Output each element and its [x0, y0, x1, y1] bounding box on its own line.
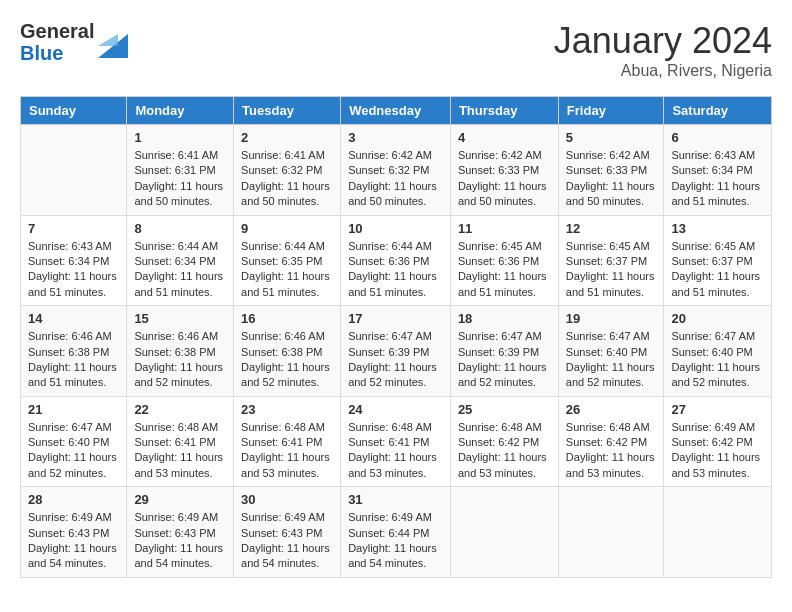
weekday-header: Thursday — [450, 97, 558, 125]
day-number: 8 — [134, 221, 226, 236]
calendar-cell: 21Sunrise: 6:47 AMSunset: 6:40 PMDayligh… — [21, 396, 127, 487]
calendar-cell: 26Sunrise: 6:48 AMSunset: 6:42 PMDayligh… — [558, 396, 664, 487]
day-number: 29 — [134, 492, 226, 507]
logo-blue-text: Blue — [20, 42, 94, 64]
calendar-cell: 31Sunrise: 6:49 AMSunset: 6:44 PMDayligh… — [341, 487, 451, 578]
calendar-cell: 6Sunrise: 6:43 AMSunset: 6:34 PMDaylight… — [664, 125, 772, 216]
day-info: Sunrise: 6:49 AMSunset: 6:43 PMDaylight:… — [134, 510, 226, 572]
weekday-header: Monday — [127, 97, 234, 125]
day-info: Sunrise: 6:45 AMSunset: 6:36 PMDaylight:… — [458, 239, 551, 301]
calendar-cell: 2Sunrise: 6:41 AMSunset: 6:32 PMDaylight… — [234, 125, 341, 216]
calendar-cell — [21, 125, 127, 216]
logo-general-text: General — [20, 20, 94, 42]
page-header: General Blue January 2024 Abua, Rivers, … — [20, 20, 772, 80]
calendar-cell: 24Sunrise: 6:48 AMSunset: 6:41 PMDayligh… — [341, 396, 451, 487]
calendar-cell: 15Sunrise: 6:46 AMSunset: 6:38 PMDayligh… — [127, 306, 234, 397]
calendar-cell: 9Sunrise: 6:44 AMSunset: 6:35 PMDaylight… — [234, 215, 341, 306]
day-number: 24 — [348, 402, 443, 417]
day-info: Sunrise: 6:42 AMSunset: 6:33 PMDaylight:… — [566, 148, 657, 210]
day-number: 7 — [28, 221, 119, 236]
calendar-week-row: 21Sunrise: 6:47 AMSunset: 6:40 PMDayligh… — [21, 396, 772, 487]
day-number: 4 — [458, 130, 551, 145]
calendar-cell: 17Sunrise: 6:47 AMSunset: 6:39 PMDayligh… — [341, 306, 451, 397]
day-info: Sunrise: 6:49 AMSunset: 6:44 PMDaylight:… — [348, 510, 443, 572]
day-number: 2 — [241, 130, 333, 145]
day-number: 31 — [348, 492, 443, 507]
calendar-cell: 16Sunrise: 6:46 AMSunset: 6:38 PMDayligh… — [234, 306, 341, 397]
calendar-cell: 18Sunrise: 6:47 AMSunset: 6:39 PMDayligh… — [450, 306, 558, 397]
calendar-cell: 12Sunrise: 6:45 AMSunset: 6:37 PMDayligh… — [558, 215, 664, 306]
weekday-header: Wednesday — [341, 97, 451, 125]
calendar-cell: 23Sunrise: 6:48 AMSunset: 6:41 PMDayligh… — [234, 396, 341, 487]
day-number: 13 — [671, 221, 764, 236]
logo: General Blue — [20, 20, 128, 64]
calendar-cell: 3Sunrise: 6:42 AMSunset: 6:32 PMDaylight… — [341, 125, 451, 216]
calendar-cell — [450, 487, 558, 578]
day-number: 10 — [348, 221, 443, 236]
calendar-week-row: 28Sunrise: 6:49 AMSunset: 6:43 PMDayligh… — [21, 487, 772, 578]
day-number: 28 — [28, 492, 119, 507]
calendar-table: SundayMondayTuesdayWednesdayThursdayFrid… — [20, 96, 772, 578]
calendar-cell: 25Sunrise: 6:48 AMSunset: 6:42 PMDayligh… — [450, 396, 558, 487]
day-number: 22 — [134, 402, 226, 417]
calendar-cell: 14Sunrise: 6:46 AMSunset: 6:38 PMDayligh… — [21, 306, 127, 397]
calendar-cell: 28Sunrise: 6:49 AMSunset: 6:43 PMDayligh… — [21, 487, 127, 578]
day-info: Sunrise: 6:48 AMSunset: 6:42 PMDaylight:… — [458, 420, 551, 482]
weekday-header: Friday — [558, 97, 664, 125]
day-number: 25 — [458, 402, 551, 417]
day-number: 12 — [566, 221, 657, 236]
calendar-cell: 20Sunrise: 6:47 AMSunset: 6:40 PMDayligh… — [664, 306, 772, 397]
day-info: Sunrise: 6:44 AMSunset: 6:35 PMDaylight:… — [241, 239, 333, 301]
weekday-header-row: SundayMondayTuesdayWednesdayThursdayFrid… — [21, 97, 772, 125]
day-info: Sunrise: 6:47 AMSunset: 6:40 PMDaylight:… — [28, 420, 119, 482]
calendar-cell: 29Sunrise: 6:49 AMSunset: 6:43 PMDayligh… — [127, 487, 234, 578]
day-info: Sunrise: 6:46 AMSunset: 6:38 PMDaylight:… — [241, 329, 333, 391]
day-number: 5 — [566, 130, 657, 145]
day-info: Sunrise: 6:47 AMSunset: 6:39 PMDaylight:… — [348, 329, 443, 391]
calendar-cell: 13Sunrise: 6:45 AMSunset: 6:37 PMDayligh… — [664, 215, 772, 306]
logo-icon — [98, 22, 128, 62]
day-info: Sunrise: 6:47 AMSunset: 6:40 PMDaylight:… — [671, 329, 764, 391]
day-info: Sunrise: 6:49 AMSunset: 6:42 PMDaylight:… — [671, 420, 764, 482]
title-block: January 2024 Abua, Rivers, Nigeria — [554, 20, 772, 80]
day-number: 27 — [671, 402, 764, 417]
calendar-cell: 8Sunrise: 6:44 AMSunset: 6:34 PMDaylight… — [127, 215, 234, 306]
calendar-cell: 22Sunrise: 6:48 AMSunset: 6:41 PMDayligh… — [127, 396, 234, 487]
day-info: Sunrise: 6:48 AMSunset: 6:41 PMDaylight:… — [348, 420, 443, 482]
calendar-cell: 11Sunrise: 6:45 AMSunset: 6:36 PMDayligh… — [450, 215, 558, 306]
location-subtitle: Abua, Rivers, Nigeria — [554, 62, 772, 80]
day-info: Sunrise: 6:42 AMSunset: 6:33 PMDaylight:… — [458, 148, 551, 210]
day-info: Sunrise: 6:41 AMSunset: 6:32 PMDaylight:… — [241, 148, 333, 210]
calendar-week-row: 1Sunrise: 6:41 AMSunset: 6:31 PMDaylight… — [21, 125, 772, 216]
calendar-cell: 4Sunrise: 6:42 AMSunset: 6:33 PMDaylight… — [450, 125, 558, 216]
calendar-week-row: 14Sunrise: 6:46 AMSunset: 6:38 PMDayligh… — [21, 306, 772, 397]
day-number: 6 — [671, 130, 764, 145]
day-info: Sunrise: 6:41 AMSunset: 6:31 PMDaylight:… — [134, 148, 226, 210]
day-number: 3 — [348, 130, 443, 145]
calendar-cell: 19Sunrise: 6:47 AMSunset: 6:40 PMDayligh… — [558, 306, 664, 397]
calendar-cell: 5Sunrise: 6:42 AMSunset: 6:33 PMDaylight… — [558, 125, 664, 216]
day-info: Sunrise: 6:42 AMSunset: 6:32 PMDaylight:… — [348, 148, 443, 210]
day-info: Sunrise: 6:44 AMSunset: 6:36 PMDaylight:… — [348, 239, 443, 301]
day-info: Sunrise: 6:43 AMSunset: 6:34 PMDaylight:… — [671, 148, 764, 210]
day-info: Sunrise: 6:47 AMSunset: 6:40 PMDaylight:… — [566, 329, 657, 391]
day-number: 18 — [458, 311, 551, 326]
day-number: 14 — [28, 311, 119, 326]
day-info: Sunrise: 6:48 AMSunset: 6:41 PMDaylight:… — [241, 420, 333, 482]
day-number: 1 — [134, 130, 226, 145]
day-number: 21 — [28, 402, 119, 417]
day-number: 23 — [241, 402, 333, 417]
day-info: Sunrise: 6:49 AMSunset: 6:43 PMDaylight:… — [241, 510, 333, 572]
day-info: Sunrise: 6:46 AMSunset: 6:38 PMDaylight:… — [28, 329, 119, 391]
day-number: 26 — [566, 402, 657, 417]
day-info: Sunrise: 6:43 AMSunset: 6:34 PMDaylight:… — [28, 239, 119, 301]
day-info: Sunrise: 6:45 AMSunset: 6:37 PMDaylight:… — [671, 239, 764, 301]
day-info: Sunrise: 6:45 AMSunset: 6:37 PMDaylight:… — [566, 239, 657, 301]
day-number: 15 — [134, 311, 226, 326]
day-info: Sunrise: 6:48 AMSunset: 6:41 PMDaylight:… — [134, 420, 226, 482]
month-year-title: January 2024 — [554, 20, 772, 62]
day-info: Sunrise: 6:49 AMSunset: 6:43 PMDaylight:… — [28, 510, 119, 572]
calendar-cell: 1Sunrise: 6:41 AMSunset: 6:31 PMDaylight… — [127, 125, 234, 216]
svg-marker-1 — [98, 34, 118, 46]
day-number: 20 — [671, 311, 764, 326]
